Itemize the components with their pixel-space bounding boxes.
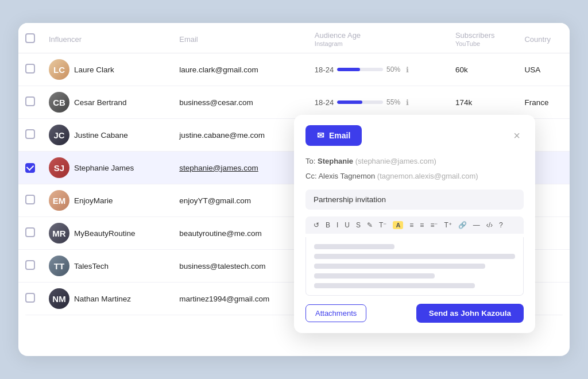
toolbar-btn-8[interactable]: ≡ <box>407 220 416 230</box>
email-cell: enjoyYT@gmail.com <box>179 196 251 205</box>
email-cell: justine.cabane@me.com <box>179 131 265 140</box>
th-email: Email <box>172 23 308 53</box>
avatar: TT <box>49 256 69 276</box>
influencer-name: MyBeautyRoutine <box>74 229 136 238</box>
email-cell: beautyroutine@me.com <box>179 229 262 238</box>
table-row: CBCesar Bertrandbusiness@cesar.com18-245… <box>18 86 570 119</box>
email-cell: business@cesar.com <box>179 98 253 107</box>
th-country: Country <box>517 23 570 53</box>
row-checkbox-1[interactable] <box>25 64 35 74</box>
th-subscribers: Subscribers YouTube <box>448 23 518 53</box>
toolbar-btn-15[interactable]: ? <box>497 220 505 230</box>
main-card: Influencer Email Audience Age Instagram … <box>18 23 570 356</box>
body-line <box>314 283 475 288</box>
body-line <box>314 254 515 259</box>
email-cell: business@talestech.com <box>179 262 265 270</box>
th-audience-age: Audience Age Instagram <box>308 23 448 53</box>
envelope-icon: ✉ <box>317 130 324 141</box>
age-cell: 18-2450%ℹ <box>315 65 442 74</box>
avatar: SJ <box>49 157 69 178</box>
influencer-name: Nathan Martinez <box>74 295 131 303</box>
influencer-name: Justine Cabane <box>74 131 128 140</box>
editor-toolbar: ↺BIUS✎T⁻A≡≡≡⁻T⁺🔗—‹/›? <box>305 216 524 234</box>
row-checkbox-6[interactable] <box>25 227 35 237</box>
toolbar-btn-13[interactable]: — <box>471 220 482 230</box>
email-body[interactable] <box>305 237 524 296</box>
toolbar-btn-3[interactable]: U <box>342 220 352 230</box>
influencer-name: Stephanie James <box>74 164 134 172</box>
toolbar-btn-4[interactable]: S <box>354 220 363 230</box>
to-field: To: Stephanie (stephanie@james.com) <box>305 154 524 169</box>
modal-close-button[interactable]: × <box>510 129 524 142</box>
row-checkbox-4[interactable] <box>25 163 35 173</box>
toolbar-btn-5[interactable]: ✎ <box>365 220 375 230</box>
toolbar-btn-12[interactable]: 🔗 <box>456 220 469 230</box>
modal-recipients: To: Stephanie (stephanie@james.com) Cc: … <box>294 154 535 190</box>
cc-field: Cc: Alexis Tagnemon (tagnemon.alexis@gma… <box>305 169 524 184</box>
row-checkbox-3[interactable] <box>25 129 35 139</box>
attachments-button[interactable]: Attachments <box>305 304 366 322</box>
avatar: JC <box>49 125 69 145</box>
email-cell: laure.clark@gmail.com <box>179 65 258 74</box>
th-influencer: Influencer <box>42 23 172 53</box>
subject-field[interactable]: Partnership invitation <box>305 190 524 210</box>
row-checkbox-2[interactable] <box>25 96 35 106</box>
toolbar-btn-1[interactable]: B <box>323 220 332 230</box>
toolbar-btn-14[interactable]: ‹/› <box>484 220 495 230</box>
avatar: NM <box>49 288 69 309</box>
send-button[interactable]: Send as John Kazoula <box>416 304 524 323</box>
table-row: LCLaure Clarklaure.clark@gmail.com18-245… <box>18 53 570 86</box>
avatar: EM <box>49 190 69 211</box>
email-modal: ✉ Email × To: Stephanie (stephanie@james… <box>294 115 535 333</box>
avatar: CB <box>49 92 69 113</box>
toolbar-btn-2[interactable]: I <box>334 220 341 230</box>
toolbar-btn-9[interactable]: ≡ <box>417 220 426 230</box>
avatar: MR <box>49 223 69 243</box>
subscribers-cell: 60k <box>448 53 518 86</box>
email-cell[interactable]: stephanie@james.com <box>179 164 258 172</box>
age-cell: 18-2455%ℹ <box>315 98 442 107</box>
influencer-name: TalesTech <box>74 262 109 270</box>
toolbar-btn-11[interactable]: T⁺ <box>442 220 454 230</box>
influencer-name: Laure Clark <box>74 65 114 74</box>
modal-footer: Attachments Send as John Kazoula <box>294 296 535 323</box>
subscribers-cell: 174k <box>448 86 518 119</box>
toolbar-highlight-btn[interactable]: A <box>390 220 405 230</box>
select-all-checkbox[interactable] <box>25 33 35 43</box>
row-checkbox-5[interactable] <box>25 195 35 204</box>
row-checkbox-7[interactable] <box>25 260 35 270</box>
info-icon[interactable]: ℹ <box>406 98 409 107</box>
influencer-name: EnjoyMarie <box>74 196 113 205</box>
toolbar-btn-0[interactable]: ↺ <box>311 220 322 230</box>
country-cell: France <box>517 86 570 119</box>
modal-header: ✉ Email × <box>294 115 535 154</box>
body-line <box>314 264 485 269</box>
age-progress-bar <box>337 68 383 71</box>
country-cell: USA <box>517 53 570 86</box>
avatar: LC <box>49 59 69 80</box>
row-checkbox-8[interactable] <box>25 293 35 303</box>
influencer-name: Cesar Bertrand <box>74 98 127 107</box>
body-line <box>314 244 394 249</box>
info-icon[interactable]: ℹ <box>406 65 409 74</box>
email-header-button[interactable]: ✉ Email <box>305 125 362 146</box>
toolbar-btn-6[interactable]: T⁻ <box>377 220 389 230</box>
age-progress-bar <box>337 100 383 104</box>
toolbar-btn-10[interactable]: ≡⁻ <box>428 220 440 230</box>
email-cell: martinez1994@gmail.com <box>179 295 269 303</box>
body-line <box>314 273 435 279</box>
